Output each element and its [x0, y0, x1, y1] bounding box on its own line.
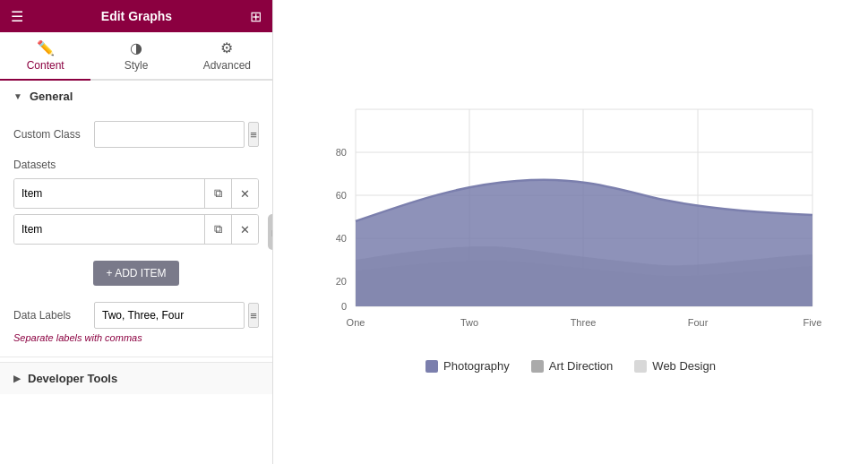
data-labels-hint: Separate labels with commas [13, 332, 259, 343]
developer-tools-section-header[interactable]: ▶ Developer Tools [0, 362, 272, 394]
dataset-item-1: ⧉ ✕ [13, 178, 259, 209]
area-chart: 0 20 40 60 80 One Two Three Four Five [302, 91, 839, 342]
tab-style-label: Style [125, 59, 149, 72]
legend-web-design-color [634, 360, 647, 373]
chart-container: 0 20 40 60 80 One Two Three Four Five [302, 91, 839, 373]
svg-text:Two: Two [460, 317, 478, 328]
general-section-label: General [30, 90, 73, 103]
svg-text:60: 60 [336, 190, 347, 201]
dataset-remove-btn-1[interactable]: ✕ [231, 179, 258, 208]
dataset-item-2: ⧉ ✕ [13, 214, 259, 245]
data-labels-label: Data Labels [13, 309, 94, 322]
custom-class-row: Custom Class ≡ [13, 121, 259, 148]
legend-photography-color [425, 360, 438, 373]
legend-photography: Photography [425, 359, 510, 373]
panel-title: Edit Graphs [101, 9, 172, 23]
panel-body: ▼ General Custom Class ≡ Datasets ⧉ ✕ ⧉ … [0, 81, 272, 464]
tab-advanced-label: Advanced [203, 59, 251, 72]
svg-text:Five: Five [804, 317, 822, 328]
dataset-input-1[interactable] [14, 179, 204, 208]
general-section-header[interactable]: ▼ General [0, 81, 272, 112]
developer-tools-label: Developer Tools [28, 372, 117, 385]
advanced-tab-icon: ⚙ [220, 39, 233, 56]
general-arrow-icon: ▼ [13, 91, 22, 101]
custom-class-label: Custom Class [13, 128, 94, 141]
tabs-bar: ✏️ Content ◑ Style ⚙ Advanced [0, 32, 272, 81]
custom-class-input[interactable] [94, 121, 245, 148]
data-labels-row: Data Labels ≡ [13, 302, 259, 329]
svg-text:20: 20 [336, 276, 347, 287]
svg-text:Four: Four [688, 317, 709, 328]
content-tab-icon: ✏️ [37, 39, 55, 56]
grid-icon[interactable]: ⊞ [250, 8, 262, 25]
general-section-content: Custom Class ≡ Datasets ⧉ ✕ ⧉ ✕ + ADD IT… [0, 112, 272, 352]
dataset-remove-btn-2[interactable]: ✕ [231, 215, 258, 244]
svg-text:40: 40 [336, 233, 347, 244]
add-item-button[interactable]: + ADD ITEM [93, 261, 178, 286]
style-tab-icon: ◑ [130, 39, 142, 56]
svg-text:0: 0 [341, 301, 347, 312]
legend-art-direction: Art Direction [531, 359, 614, 373]
legend-art-direction-color [531, 360, 544, 373]
tab-content-label: Content [27, 59, 64, 72]
legend-art-direction-label: Art Direction [549, 359, 614, 373]
dataset-copy-btn-2[interactable]: ⧉ [204, 215, 231, 244]
svg-text:One: One [347, 317, 365, 328]
dataset-copy-btn-1[interactable]: ⧉ [204, 179, 231, 208]
chart-area: 0 20 40 60 80 One Two Three Four Five [273, 0, 868, 464]
tab-content[interactable]: ✏️ Content [0, 32, 90, 81]
hamburger-icon[interactable]: ☰ [11, 8, 23, 25]
chart-legend: Photography Art Direction Web Design [302, 359, 839, 373]
data-labels-input[interactable] [94, 302, 245, 329]
svg-text:Three: Three [571, 317, 597, 328]
legend-web-design: Web Design [634, 359, 716, 373]
legend-web-design-label: Web Design [652, 359, 716, 373]
tab-advanced[interactable]: ⚙ Advanced [182, 32, 272, 81]
section-divider [0, 357, 272, 357]
tab-style[interactable]: ◑ Style [90, 32, 181, 81]
datasets-label: Datasets [13, 159, 259, 171]
developer-tools-arrow-icon: ▶ [13, 374, 21, 383]
data-labels-list-btn[interactable]: ≡ [248, 303, 259, 328]
chart-svg: 0 20 40 60 80 One Two Three Four Five [302, 91, 839, 345]
svg-text:80: 80 [336, 147, 347, 158]
dataset-input-2[interactable] [14, 215, 204, 244]
panel-header: ☰ Edit Graphs ⊞ [0, 0, 272, 32]
legend-photography-label: Photography [443, 359, 510, 373]
custom-class-list-btn[interactable]: ≡ [248, 122, 259, 147]
